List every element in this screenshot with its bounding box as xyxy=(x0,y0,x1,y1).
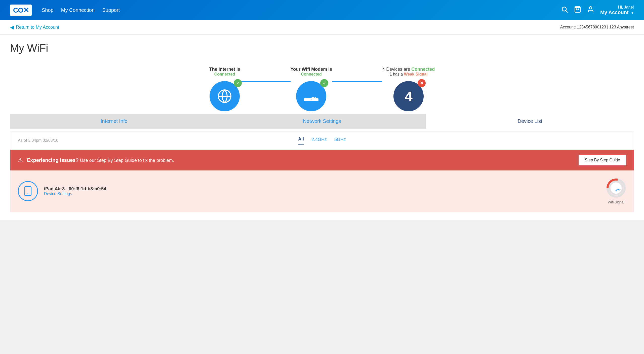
internet-node: The Internet is Connected ✓ xyxy=(209,67,240,111)
nav-support[interactable]: Support xyxy=(102,7,120,13)
filter-5ghz[interactable]: 5GHz xyxy=(334,137,346,144)
internet-info-tab[interactable]: Internet Info xyxy=(10,114,218,129)
page-title: My WiFi xyxy=(10,42,634,54)
status-diagram: The Internet is Connected ✓ xyxy=(10,62,634,129)
cart-icon[interactable] xyxy=(574,6,581,14)
device-row: iPad Air 3 - 60:f8:1d:b3:b0:54 Device Se… xyxy=(10,170,634,212)
internet-status-title: The Internet is xyxy=(209,67,240,72)
alert-text-normal: Use our Step By Step Guide to fix the pr… xyxy=(80,158,174,163)
modem-circle-container: ✓ xyxy=(296,81,326,111)
signal-indicator: Wifi Signal xyxy=(606,178,626,204)
nav-shop[interactable]: Shop xyxy=(42,7,54,13)
search-icon[interactable] xyxy=(561,6,568,14)
devices-connected-status: Connected xyxy=(411,67,435,72)
internet-status-value: Connected xyxy=(209,72,240,77)
alert-text: Experiencing Issues? Use our Step By Ste… xyxy=(27,157,575,163)
account-info[interactable]: Hi, Jane! My Account ▼ xyxy=(600,5,634,15)
cox-logo-text: CO✕ xyxy=(13,6,29,14)
modem-icon xyxy=(302,91,320,101)
device-name: iPad Air 3 - 60:f8:1d:b3:b0:54 xyxy=(44,186,600,192)
devices-circle-container: ✕ 4 xyxy=(393,81,424,111)
timestamp: As of 3:04pm 02/03/16 xyxy=(18,138,170,143)
return-to-account-link[interactable]: ◀ Return to My Account xyxy=(10,24,59,30)
return-arrow-icon: ◀ xyxy=(10,24,14,30)
svg-point-14 xyxy=(616,190,617,192)
filter-2-4ghz[interactable]: 2.4GHz xyxy=(311,137,327,144)
internet-check-badge: ✓ xyxy=(234,79,242,87)
account-number: Account: 1234567890123 | 123 Anystreet xyxy=(560,25,634,29)
internet-circle-container: ✓ xyxy=(210,81,240,111)
svg-point-3 xyxy=(589,7,592,9)
devices-node: 4 Devices are Connected 1 has a Weak Sig… xyxy=(382,67,435,111)
header-left: CO✕ Shop My Connection Support xyxy=(10,5,120,16)
modem-check-badge: ✓ xyxy=(320,79,328,87)
tablet-icon xyxy=(22,186,33,197)
my-account-label: My Account ▼ xyxy=(600,10,634,15)
cox-logo[interactable]: CO✕ xyxy=(10,5,32,16)
device-settings-link[interactable]: Device Settings xyxy=(44,192,72,196)
main-nav: Shop My Connection Support xyxy=(42,7,120,13)
tabs-row: Internet Info Network Settings Device Li… xyxy=(10,114,634,129)
device-section: As of 3:04pm 02/03/16 All 2.4GHz 5GHz ⚠ … xyxy=(10,131,634,212)
devices-status-title: 4 Devices are Connected xyxy=(382,67,435,72)
devices-warning-badge: ✕ xyxy=(418,79,426,87)
alert-banner: ⚠ Experiencing Issues? Use our Step By S… xyxy=(10,150,634,170)
svg-point-13 xyxy=(611,183,622,194)
main-content: My WiFi The Internet is Connected ✓ xyxy=(0,34,644,220)
nav-my-connection[interactable]: My Connection xyxy=(61,7,95,13)
device-header: As of 3:04pm 02/03/16 All 2.4GHz 5GHz xyxy=(10,131,634,150)
signal-label: Wifi Signal xyxy=(608,200,624,204)
modem-node: Your Wifi Modem is Connected ✓ xyxy=(291,67,332,111)
internet-info-link[interactable]: Internet Info xyxy=(101,118,128,124)
device-info: iPad Air 3 - 60:f8:1d:b3:b0:54 Device Se… xyxy=(44,186,600,196)
weak-signal-text: Weak Signal xyxy=(404,72,428,76)
network-settings-link[interactable]: Network Settings xyxy=(303,118,341,124)
wifi-signal-graphic xyxy=(606,178,626,198)
connector-line-2 xyxy=(332,81,382,82)
site-header: CO✕ Shop My Connection Support xyxy=(0,0,644,20)
device-icon-circle xyxy=(18,181,38,201)
alert-text-bold: Experiencing Issues? xyxy=(27,157,79,163)
greeting-text: Hi, Jane! xyxy=(600,5,634,10)
account-dropdown-arrow: ▼ xyxy=(631,11,634,15)
modem-status-value: Connected xyxy=(291,72,332,77)
globe-icon xyxy=(217,89,232,104)
filter-all[interactable]: All xyxy=(298,136,304,145)
device-list-tab[interactable]: Device List xyxy=(426,114,634,129)
return-label: Return to My Account xyxy=(16,25,59,30)
modem-status-title: Your Wifi Modem is xyxy=(291,67,332,72)
svg-line-1 xyxy=(566,11,567,12)
warning-triangle-icon: ⚠ xyxy=(18,157,23,163)
icons-row: The Internet is Connected ✓ xyxy=(10,62,634,114)
svg-point-7 xyxy=(311,99,312,100)
device-list-link[interactable]: Device List xyxy=(518,118,542,124)
connector-line-1 xyxy=(240,81,291,82)
filter-tabs: All 2.4GHz 5GHz xyxy=(170,136,474,145)
devices-weak-signal: 1 has a Weak Signal xyxy=(382,72,435,77)
device-count: 4 xyxy=(405,88,413,104)
network-settings-tab[interactable]: Network Settings xyxy=(218,114,426,129)
user-icon[interactable] xyxy=(587,6,594,14)
header-right: Hi, Jane! My Account ▼ xyxy=(561,5,634,15)
step-by-step-guide-button[interactable]: Step By Step Guide xyxy=(579,155,626,165)
sub-header: ◀ Return to My Account Account: 12345678… xyxy=(0,20,644,34)
